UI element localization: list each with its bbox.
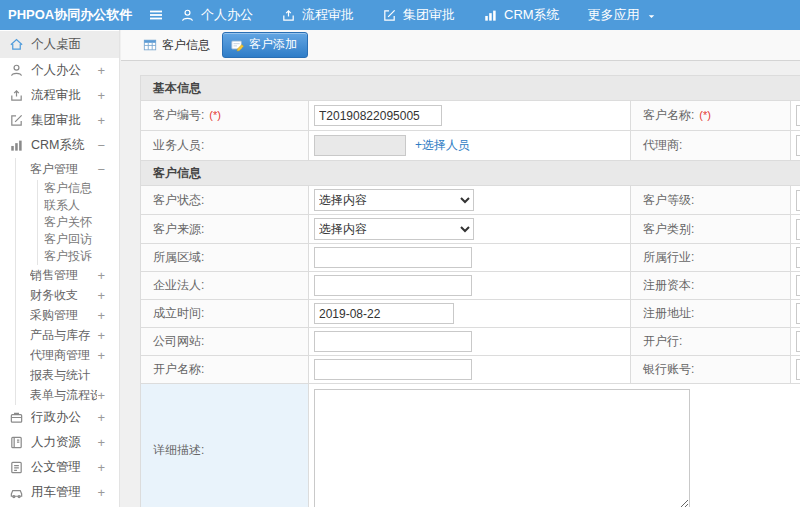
- sidebar-item-label: 客户管理: [30, 161, 97, 178]
- legal-person-input[interactable]: [314, 275, 472, 296]
- region-input[interactable]: [314, 247, 472, 268]
- customer-name-input[interactable]: [796, 105, 800, 126]
- expand-icon[interactable]: +: [97, 460, 119, 475]
- label-registered-address: 注册地址:: [631, 300, 791, 328]
- agent-input[interactable]: [796, 135, 800, 156]
- sidebar-item-label: 联系人: [44, 197, 119, 214]
- bank-account-input[interactable]: [796, 359, 800, 380]
- customer-add-form: 基本信息 客户编号:(*) 客户名称:(*) 业务人员: +选择人员 代理商: …: [121, 61, 800, 507]
- expand-icon[interactable]: +: [97, 388, 119, 403]
- tab-label: 客户添加: [249, 36, 297, 53]
- sidebar-item-customer-complaint[interactable]: 客户投诉: [0, 248, 119, 265]
- founded-date-input[interactable]: [314, 303, 454, 324]
- sidebar-item-personal-desktop[interactable]: 个人桌面: [0, 31, 119, 58]
- label-customer-code: 客户编号:(*): [141, 101, 309, 131]
- chart-icon: [483, 8, 498, 23]
- sidebar-item-label: 客户关怀: [44, 214, 119, 231]
- sidebar-item-label: 表单与流程设置: [30, 387, 97, 404]
- expand-icon[interactable]: +: [97, 348, 119, 363]
- expand-icon[interactable]: +: [97, 268, 119, 283]
- sidebar-item-contacts[interactable]: 联系人: [0, 197, 119, 214]
- sidebar-item-agent-management[interactable]: 代理商管理+: [0, 345, 119, 365]
- topnav-label: 流程审批: [302, 6, 354, 24]
- registered-address-input[interactable]: [796, 303, 800, 324]
- expand-icon[interactable]: +: [97, 88, 119, 103]
- chevron-down-icon: [646, 9, 657, 22]
- expand-icon[interactable]: +: [97, 288, 119, 303]
- sidebar-item-label: 财务收支: [30, 287, 97, 304]
- topnav-label: 更多应用: [588, 6, 640, 24]
- sidebar-item-label: 个人桌面: [31, 36, 119, 53]
- flow-icon: [9, 88, 24, 103]
- sidebar-item-group-approval[interactable]: 集团审批+: [0, 108, 119, 133]
- edit-icon: [9, 113, 24, 128]
- registered-capital-input[interactable]: [796, 275, 800, 296]
- sidebar-item-form-workflow-settings[interactable]: 表单与流程设置+: [0, 385, 119, 405]
- sidebar-item-finance[interactable]: 财务收支+: [0, 285, 119, 305]
- expand-icon[interactable]: +: [97, 308, 119, 323]
- sidebar-item-label: 个人办公: [31, 62, 90, 79]
- sidebar-item-admin-office[interactable]: 行政办公+: [0, 405, 119, 430]
- topnav-crm-system[interactable]: CRM系统: [483, 6, 560, 24]
- sidebar-item-label: 公文管理: [31, 459, 90, 476]
- label-bank: 开户行:: [631, 328, 791, 356]
- sidebar-item-workflow-approval[interactable]: 流程审批+: [0, 83, 119, 108]
- topnav-label: 个人办公: [201, 6, 253, 24]
- user-icon: [9, 63, 24, 78]
- customer-category-input[interactable]: [796, 219, 800, 240]
- expand-icon[interactable]: +: [97, 410, 119, 425]
- sidebar-item-customer-info[interactable]: 客户信息: [0, 180, 119, 197]
- sidebar-item-personal-office[interactable]: 个人办公+: [0, 58, 119, 83]
- topnav-workflow-approval[interactable]: 流程审批: [281, 6, 354, 24]
- account-name-input[interactable]: [314, 359, 472, 380]
- menu-toggle-icon[interactable]: [148, 7, 164, 23]
- bank-input[interactable]: [796, 331, 800, 352]
- expand-icon[interactable]: +: [97, 63, 119, 78]
- industry-input[interactable]: [796, 247, 800, 268]
- customer-source-select[interactable]: 选择内容: [314, 218, 474, 240]
- sidebar: 个人桌面个人办公+流程审批+集团审批+CRM系统−客户管理−客户信息联系人客户关…: [0, 30, 120, 507]
- expand-icon[interactable]: +: [97, 328, 119, 343]
- sidebar-item-purchasing[interactable]: 采购管理+: [0, 305, 119, 325]
- select-staff-link[interactable]: +选择人员: [415, 138, 470, 152]
- sidebar-item-reports-statistics[interactable]: 报表与统计: [0, 365, 119, 385]
- label-customer-source: 客户来源:: [141, 215, 309, 244]
- expand-icon[interactable]: +: [97, 435, 119, 450]
- sidebar-item-label: 流程审批: [31, 87, 90, 104]
- sidebar-item-products-inventory[interactable]: 产品与库存+: [0, 325, 119, 345]
- customer-status-select[interactable]: 选择内容: [314, 189, 474, 211]
- label-sales-staff: 业务人员:: [141, 131, 309, 161]
- required-mark: (*): [209, 109, 221, 121]
- sidebar-item-customer-care[interactable]: 客户关怀: [0, 214, 119, 231]
- tab-customer-add[interactable]: 客户添加: [222, 32, 308, 58]
- website-input[interactable]: [314, 331, 472, 352]
- sidebar-item-label: CRM系统: [31, 137, 90, 154]
- sidebar-item-customer-followup[interactable]: 客户回访: [0, 231, 119, 248]
- add-customer-icon: [230, 38, 244, 52]
- collapse-icon[interactable]: −: [97, 162, 119, 177]
- briefcase-icon: [9, 410, 24, 425]
- sidebar-item-customer-management[interactable]: 客户管理−: [0, 158, 119, 180]
- sidebar-item-sales-management[interactable]: 销售管理+: [0, 265, 119, 285]
- label-account-name: 开户名称:: [141, 356, 309, 384]
- customer-grade-input[interactable]: [796, 190, 800, 211]
- expand-icon[interactable]: +: [97, 485, 119, 500]
- label-customer-name: 客户名称:(*): [631, 101, 791, 131]
- expand-icon[interactable]: +: [97, 113, 119, 128]
- sidebar-item-human-resources[interactable]: 人力资源+: [0, 430, 119, 455]
- topnav-personal-office[interactable]: 个人办公: [180, 6, 253, 24]
- collapse-icon[interactable]: −: [97, 138, 119, 153]
- sidebar-item-label: 产品与库存: [30, 327, 97, 344]
- customer-code-input[interactable]: [314, 105, 442, 126]
- table-icon: [143, 38, 157, 52]
- topnav-more-apps[interactable]: 更多应用: [588, 6, 657, 24]
- description-textarea[interactable]: [314, 389, 690, 507]
- sidebar-item-vehicle-management[interactable]: 用车管理+: [0, 480, 119, 505]
- topnav-group-approval[interactable]: 集团审批: [382, 6, 455, 24]
- sidebar-item-label: 采购管理: [30, 307, 97, 324]
- sidebar-item-document-management[interactable]: 公文管理+: [0, 455, 119, 480]
- sidebar-item-label: 人力资源: [31, 434, 90, 451]
- sidebar-item-crm-system[interactable]: CRM系统−: [0, 133, 119, 158]
- tab-customer-info[interactable]: 客户信息: [135, 34, 218, 57]
- sidebar-item-label: 客户信息: [44, 180, 119, 197]
